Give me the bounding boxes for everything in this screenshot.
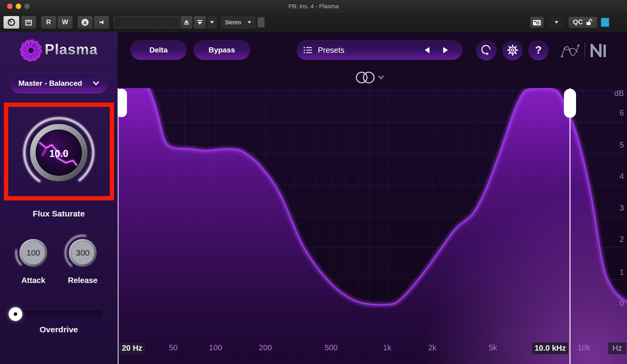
preset-next-icon[interactable]	[442, 47, 449, 54]
freq-tick-label: 1k	[383, 343, 391, 352]
db-tick-label: 5	[620, 141, 624, 149]
channel-mode-select[interactable]: Stereo	[221, 16, 256, 29]
window-title: PB: Ins. 4 - Plasma	[0, 3, 627, 9]
compare-icon	[25, 18, 33, 26]
question-mark-icon: ?	[535, 44, 542, 56]
overdrive-handle-dot	[14, 312, 17, 316]
db-axis-labels: dB6543210	[614, 89, 624, 308]
chevron-down-icon	[378, 76, 384, 79]
dropdown-arrow-icon	[210, 21, 214, 24]
release-knob[interactable]: 300	[61, 231, 104, 274]
preset-previous-icon[interactable]	[424, 47, 430, 54]
db-tick-label: 4	[620, 172, 624, 180]
logo-divider	[585, 42, 585, 58]
module-preset-value: Master - Balanced	[18, 79, 82, 88]
db-tick-label: 2	[620, 235, 624, 243]
qc-label: QC	[573, 18, 583, 26]
help-button[interactable]: ?	[528, 40, 549, 60]
high-freq-value-chip: 10.0 kHz	[532, 342, 568, 354]
preset-list-icon	[304, 47, 312, 54]
history-icon	[480, 44, 492, 56]
overdrive-slider-track[interactable]	[10, 311, 102, 318]
svg-text:Hz: Hz	[613, 344, 622, 352]
freq-tick-label: 50	[169, 343, 178, 352]
target-button[interactable]	[257, 17, 265, 27]
app-window: PB: Ins. 4 - Plasma R W a	[0, 0, 627, 364]
svg-text:10.0 kHz: 10.0 kHz	[535, 344, 566, 352]
svg-text:a: a	[83, 19, 87, 25]
stereo-link-icon	[354, 71, 377, 84]
freq-tick-label: 100	[209, 343, 222, 352]
auto-enable-button[interactable]: a	[77, 16, 93, 29]
eject-up-icon	[183, 19, 190, 25]
write-label: W	[62, 18, 68, 26]
dropdown-arrow-icon	[247, 21, 252, 24]
attack-label: Attack	[14, 276, 53, 285]
power-knob-icon	[7, 18, 16, 27]
presets-label: Presets	[318, 46, 344, 55]
module-preset-select[interactable]: Master - Balanced	[10, 73, 108, 94]
release-value: 300	[76, 248, 89, 257]
preset-browser-bar[interactable]: Presets	[297, 40, 462, 60]
preset-name-field[interactable]	[114, 16, 179, 28]
read-label: R	[46, 18, 51, 26]
channel-mode-value: Stereo	[225, 19, 241, 25]
plugin-title: Plasma	[45, 41, 98, 58]
low-freq-handle[interactable]	[118, 89, 127, 117]
delta-label: Delta	[149, 46, 167, 54]
db-tick-label: 6	[620, 108, 624, 117]
bypass-label: Bypass	[208, 46, 235, 54]
automation-read-button[interactable]: R	[41, 16, 56, 29]
low-freq-value-chip: 20 Hz	[119, 342, 145, 354]
preset-previous-button[interactable]	[180, 16, 193, 29]
freq-tick-label: 200	[259, 343, 272, 352]
quick-control-color-swatch[interactable]	[600, 17, 610, 27]
plasma-plugin: Plasma Delta Bypass Presets	[0, 32, 627, 364]
unlock-icon	[586, 19, 593, 26]
izotope-logo-icon	[560, 41, 581, 60]
chevron-down-icon	[93, 81, 99, 85]
freq-tick-label: 10k	[578, 343, 591, 352]
delta-button[interactable]: Delta	[130, 40, 187, 60]
gear-icon	[506, 44, 519, 56]
titlebar: PB: Ins. 4 - Plasma	[0, 0, 627, 13]
db-tick-label: dB	[614, 89, 624, 97]
flux-saturate-knob[interactable]: 10.0	[16, 110, 102, 196]
plugin-menu-button[interactable]	[549, 16, 564, 28]
release-label: Release	[63, 276, 102, 285]
camera-icon	[533, 19, 541, 26]
history-button[interactable]	[476, 40, 497, 60]
channel-link-toggle[interactable]	[354, 70, 385, 85]
circled-a-icon: a	[81, 18, 89, 27]
preset-menu-button[interactable]	[207, 16, 217, 29]
freq-tick-label: 2k	[428, 343, 437, 352]
eject-down-icon	[197, 19, 203, 25]
quick-controls-button[interactable]: QC	[568, 16, 597, 28]
freq-axis-unit: Hz	[608, 342, 626, 354]
bypass-button[interactable]: Bypass	[194, 40, 250, 60]
spectrum-display[interactable]: 20 Hz 10.0 kHz Hz 501002005001k2k5k10k d…	[118, 88, 627, 364]
svg-text:20 Hz: 20 Hz	[122, 344, 142, 352]
dropdown-arrow-icon	[554, 21, 559, 24]
automation-write-button[interactable]: W	[57, 16, 73, 29]
overdrive-label: Overdrive	[0, 325, 118, 334]
host-toolbar: R W a Stereo	[0, 13, 627, 32]
compare-button[interactable]	[21, 16, 36, 29]
flux-saturate-value: 10.0	[49, 148, 69, 159]
attack-knob[interactable]: 100	[12, 231, 55, 274]
db-tick-label: 0	[620, 299, 624, 308]
db-tick-label: 3	[620, 204, 624, 212]
attack-value: 100	[26, 248, 40, 257]
snapshot-button[interactable]	[530, 16, 544, 28]
plasma-logo	[19, 38, 43, 63]
ni-logo-icon	[590, 44, 607, 57]
freq-tick-label: 5k	[489, 343, 497, 352]
db-tick-label: 1	[620, 268, 624, 276]
freq-tick-label: 500	[324, 343, 337, 352]
high-freq-handle[interactable]	[564, 89, 576, 118]
overdrive-slider-handle[interactable]	[9, 307, 22, 321]
preset-next-button[interactable]	[194, 16, 206, 29]
previous-setting-button[interactable]	[94, 16, 109, 29]
settings-button[interactable]	[502, 40, 523, 60]
plugin-power-button[interactable]	[3, 16, 20, 29]
